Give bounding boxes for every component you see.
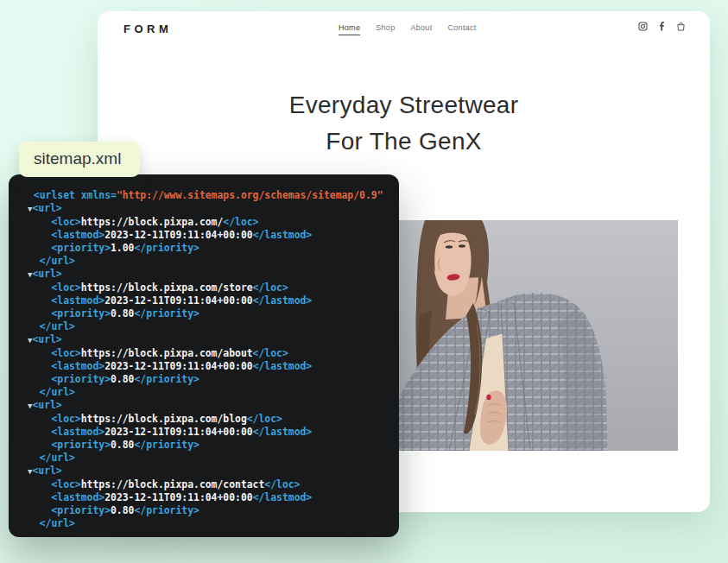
hero-heading-line1: Everyday Streetwear: [98, 87, 710, 123]
code-line: ▼<url>: [28, 399, 383, 413]
nav-item-about[interactable]: About: [410, 23, 432, 35]
code-line: </url>: [28, 255, 383, 268]
facebook-icon[interactable]: [657, 22, 667, 31]
code-line: <lastmod>2023-12-11T09:11:04+00:00</last…: [28, 294, 383, 307]
hero-heading: Everyday Streetwear For The GenX: [98, 87, 710, 160]
code-line: <loc>https://block.pixpa.com/about</loc>: [28, 347, 383, 360]
code-line: </url>: [28, 452, 383, 465]
code-lines: <urlset xmlns="http://www.sitemaps.org/s…: [28, 189, 383, 530]
social-icons: [638, 22, 686, 31]
hero-heading-line2: For The GenX: [98, 123, 710, 160]
code-line: <lastmod>2023-12-11T09:11:04+00:00</last…: [28, 229, 383, 242]
code-line: <loc>https://block.pixpa.com/store</loc>: [28, 282, 383, 294]
code-line: <urlset xmlns="http://www.sitemaps.org/s…: [28, 189, 383, 202]
code-line: </url>: [28, 320, 383, 333]
instagram-icon[interactable]: [638, 22, 648, 31]
code-line: ▼<url>: [28, 333, 383, 347]
site-logo: FORM: [123, 22, 172, 35]
code-line: <lastmod>2023-12-11T09:11:04+00:00</last…: [28, 491, 383, 504]
code-line: ▼<url>: [28, 465, 383, 478]
code-line: <lastmod>2023-12-11T09:11:04+00:00</last…: [28, 360, 383, 373]
nav-item-shop[interactable]: Shop: [376, 23, 395, 35]
nav-item-contact[interactable]: Contact: [447, 23, 476, 35]
page-background: FORM Home Shop About Contact: [0, 0, 728, 563]
shopping-bag-icon[interactable]: [676, 22, 686, 31]
code-line: ▼<url>: [28, 202, 383, 216]
code-line: <priority>0.80</priority>: [28, 504, 383, 517]
code-line: <priority>0.80</priority>: [28, 439, 383, 452]
code-line: <loc>https://block.pixpa.com/</loc>: [28, 216, 383, 229]
nav-item-home[interactable]: Home: [339, 23, 360, 35]
code-line: <loc>https://block.pixpa.com/blog</loc>: [28, 413, 383, 426]
site-header: FORM Home Shop About Contact: [98, 11, 710, 51]
hero-photo-woman-plaid-blazer: [399, 220, 678, 451]
code-line: ▼<url>: [28, 268, 383, 282]
code-line: <loc>https://block.pixpa.com/contact</lo…: [28, 478, 383, 491]
filename-badge: sitemap.xml: [19, 142, 140, 177]
sitemap-code-panel[interactable]: <urlset xmlns="http://www.sitemaps.org/s…: [9, 174, 399, 537]
code-line: <priority>0.80</priority>: [28, 373, 383, 386]
code-line: </url>: [28, 517, 383, 530]
code-line: <lastmod>2023-12-11T09:11:04+00:00</last…: [28, 426, 383, 439]
code-line: <priority>0.80</priority>: [28, 307, 383, 320]
code-line: </url>: [28, 386, 383, 399]
code-line: <priority>1.00</priority>: [28, 242, 383, 255]
site-nav: Home Shop About Contact: [339, 23, 477, 35]
